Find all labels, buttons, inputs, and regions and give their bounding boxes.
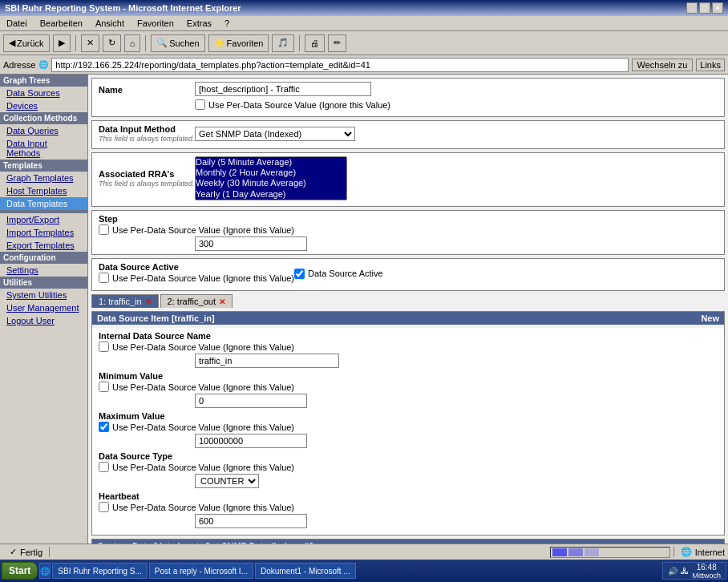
ds-active-text: Data Source Active	[308, 269, 383, 278]
tab-traffic-out[interactable]: 2: traffic_out ✕	[160, 294, 233, 308]
address-input[interactable]	[51, 58, 628, 72]
rra-option-daily: Daily (5 Minute Average)	[196, 157, 346, 168]
menu-datei[interactable]: Datei	[3, 18, 30, 29]
sidebar-item-graph-templates[interactable]: Graph Templates	[0, 172, 87, 184]
ds-type-checkbox-label: Use Per-Data Source Value (Ignore this V…	[112, 463, 294, 472]
sidebar-item-data-queries[interactable]: Data Queries	[0, 124, 87, 137]
sidebar-item-settings[interactable]: Settings	[0, 264, 87, 277]
taskbar-icon-1[interactable]: 🌐	[39, 563, 51, 564]
taskbar-btn-1[interactable]: SBI Ruhr Reporting S...	[52, 563, 148, 564]
home-button[interactable]: ⌂	[124, 34, 141, 52]
sidebar-item-export-templates[interactable]: Export Templates	[0, 239, 87, 252]
ie-icon: 🌐	[38, 60, 48, 69]
step-input[interactable]	[195, 236, 307, 251]
toolbar-separator-2	[145, 35, 146, 51]
print-button[interactable]: 🖨	[305, 34, 325, 52]
min-value-group: Minimum Value Use Per-Data Source Value …	[99, 371, 718, 408]
max-value-checkbox-label: Use Per-Data Source Value (Ignore this V…	[112, 422, 294, 432]
tab-2-close[interactable]: ✕	[219, 297, 225, 306]
menubar: Datei Bearbeiten Ansicht Favoriten Extra…	[0, 16, 728, 31]
min-value-input[interactable]	[195, 394, 307, 408]
name-input[interactable]	[195, 82, 371, 96]
taskbar-time-block: 16:48 Mittwoch	[692, 563, 721, 564]
taskbar-btn-2[interactable]: Post a reply - Microsoft I...	[149, 563, 253, 564]
ds-active-right: Data Source Active	[294, 269, 383, 279]
forward-button[interactable]: ▶	[53, 34, 71, 52]
tab-1-close[interactable]: ✕	[145, 297, 152, 306]
ds-type-checkbox-row: Use Per-Data Source Value (Ignore this V…	[99, 462, 718, 472]
tab-1-label: 1: traffic_in	[99, 297, 142, 306]
sidebar-item-system-utilities[interactable]: System Utilities	[0, 289, 87, 301]
taskbar: Start 🌐 SBI Ruhr Reporting S... Post a r…	[0, 560, 728, 564]
sidebar-item-import-templates[interactable]: Import Templates	[0, 226, 87, 239]
stop-button[interactable]: ✕	[81, 34, 99, 52]
ds-type-checkbox[interactable]	[99, 462, 109, 472]
ds-type-select[interactable]: COUNTER GAUGE DERIVE ABSOLUTE	[195, 474, 259, 488]
max-value-input[interactable]	[195, 434, 307, 448]
tab-traffic-in[interactable]: 1: traffic_in ✕	[91, 294, 159, 308]
toolbar: ◀ Zurück ▶ ✕ ↻ ⌂ 🔍 Suchen ⭐ Favoriten 🎵 …	[0, 31, 728, 55]
main-layout: Graph Trees Data Sources Devices Collect…	[0, 75, 728, 564]
menu-help[interactable]: ?	[221, 18, 233, 29]
progress-segment-3	[584, 548, 599, 556]
sidebar-item-data-sources[interactable]: Data Sources	[0, 87, 87, 99]
minimize-button[interactable]: _	[686, 2, 698, 14]
sidebar-header-graph-trees[interactable]: Graph Trees	[0, 75, 87, 87]
search-button[interactable]: 🔍 Suchen	[151, 34, 204, 52]
internal-ds-checkbox-row: Use Per-Data Source Value (Ignore this V…	[99, 342, 718, 352]
media-button[interactable]: 🎵	[272, 34, 294, 52]
rra-option-monthly: Monthly (2 Hour Average)	[196, 168, 346, 178]
menu-favoriten[interactable]: Favoriten	[134, 18, 177, 29]
refresh-button[interactable]: ↻	[103, 34, 121, 52]
ds-item-header: Data Source Item [traffic_in] New	[92, 312, 724, 325]
min-value-label: Minimum Value	[99, 371, 718, 381]
sidebar-item-data-templates[interactable]: Data Templates	[0, 197, 87, 210]
sidebar-header-config[interactable]: Configuration	[0, 252, 87, 264]
sidebar-item-user-management[interactable]: User Management	[0, 301, 87, 314]
ds-active-checkbox[interactable]	[99, 273, 109, 283]
internal-ds-checkbox[interactable]	[99, 342, 109, 352]
ds-item-header-title: Data Source Item [traffic_in]	[97, 313, 215, 323]
ds-item-body: Internal Data Source Name Use Per-Data S…	[92, 328, 724, 535]
min-value-checkbox[interactable]	[99, 382, 109, 392]
start-button[interactable]: Start	[2, 562, 38, 564]
heartbeat-input[interactable]	[195, 514, 307, 528]
step-checkbox[interactable]	[99, 224, 109, 235]
ds-item-new-link[interactable]: New	[701, 313, 719, 323]
sidebar-header-collection[interactable]: Collection Methods	[0, 112, 87, 124]
window-controls[interactable]: _ □ ×	[686, 2, 723, 14]
ds-active-label: Data Source Active	[99, 262, 294, 272]
ds-active-check[interactable]	[294, 269, 305, 279]
edit-button[interactable]: ✏	[328, 34, 346, 52]
taskbar-btn-3[interactable]: Dokument1 - Microsoft ...	[255, 563, 356, 564]
internal-ds-input[interactable]	[195, 354, 339, 368]
sidebar-item-host-templates[interactable]: Host Templates	[0, 184, 87, 197]
menu-extras[interactable]: Extras	[184, 18, 215, 29]
maximize-button[interactable]: □	[699, 2, 710, 14]
rra-list[interactable]: Daily (5 Minute Average) Monthly (2 Hour…	[195, 156, 347, 200]
go-button[interactable]: Wechseln zu	[632, 59, 694, 71]
sidebar-item-logout[interactable]: Logout User	[0, 314, 87, 327]
window-title: SBI Ruhr Reporting System - Microsoft In…	[5, 3, 241, 13]
name-checkbox[interactable]	[195, 99, 205, 110]
max-value-checkbox[interactable]	[99, 422, 109, 432]
sidebar-item-devices[interactable]: Devices	[0, 99, 87, 112]
sidebar-item-data-input[interactable]: Data Input Methods	[0, 137, 87, 160]
progress-segment-2	[568, 548, 583, 556]
sidebar-header-utilities[interactable]: Utilities	[0, 277, 87, 289]
data-input-select[interactable]: Get SNMP Data (Indexed)	[195, 127, 355, 141]
internet-icon: 🌐	[681, 547, 692, 557]
heartbeat-checkbox[interactable]	[99, 502, 109, 512]
favorites-button[interactable]: ⭐ Favoriten	[208, 34, 269, 52]
menu-bearbeiten[interactable]: Bearbeiten	[37, 18, 86, 29]
internet-label: Internet	[695, 548, 725, 557]
sidebar-item-importexport[interactable]: Import/Export	[0, 213, 87, 226]
menu-ansicht[interactable]: Ansicht	[92, 18, 127, 29]
internal-ds-group: Internal Data Source Name Use Per-Data S…	[99, 331, 718, 368]
close-button[interactable]: ×	[712, 2, 723, 14]
sidebar-header-templates[interactable]: Templates	[0, 160, 87, 172]
step-label: Step	[99, 214, 718, 224]
back-button[interactable]: ◀ Zurück	[3, 34, 50, 52]
data-input-label-group: Data Input Method This field is always t…	[99, 124, 195, 143]
step-checkbox-row: Use Per-Data Source Value (Ignore this V…	[99, 224, 718, 235]
